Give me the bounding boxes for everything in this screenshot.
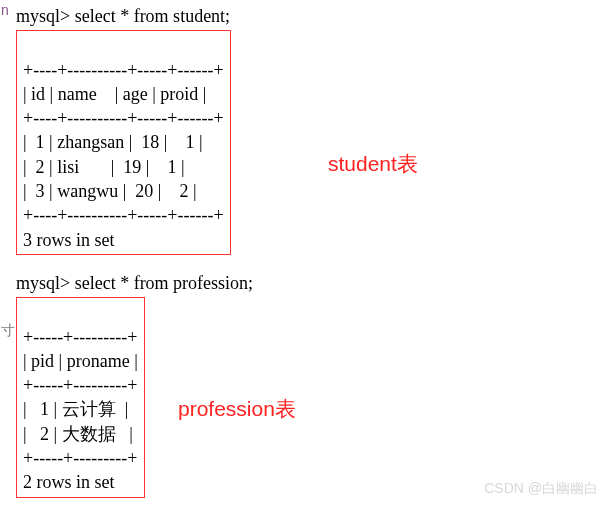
result-header: | id | name | age | proid | — [23, 84, 206, 104]
profession-query: mysql> select * from profession; — [8, 271, 602, 295]
result-separator: +----+----------+-----+------+ — [23, 205, 224, 225]
margin-marker-mid: 寸 — [1, 322, 15, 340]
student-result-box: +----+----------+-----+------+ | id | na… — [16, 30, 231, 255]
result-separator: +----+----------+-----+------+ — [23, 60, 224, 80]
table-row: | 3 | wangwu | 20 | 2 | — [23, 181, 197, 201]
result-footer: 3 rows in set — [23, 230, 115, 250]
result-header: | pid | proname | — [23, 351, 138, 371]
result-separator: +----+----------+-----+------+ — [23, 108, 224, 128]
profession-table-label: profession表 — [178, 395, 296, 423]
margin-marker-top: n — [1, 2, 9, 18]
student-table-label: student表 — [328, 150, 418, 178]
table-row: | 2 | lisi | 19 | 1 | — [23, 157, 185, 177]
watermark: CSDN @白幽幽白 — [484, 480, 598, 498]
result-separator: +-----+---------+ — [23, 448, 137, 468]
profession-result-box: +-----+---------+ | pid | proname | +---… — [16, 297, 145, 497]
result-footer: 2 rows in set — [23, 472, 115, 492]
result-separator: +-----+---------+ — [23, 375, 137, 395]
table-row: | 1 | zhangsan | 18 | 1 | — [23, 132, 203, 152]
student-query: mysql> select * from student; — [8, 4, 602, 28]
result-separator: +-----+---------+ — [23, 327, 137, 347]
table-row: | 1 | 云计算 | — [23, 399, 128, 419]
table-row: | 2 | 大数据 | — [23, 424, 133, 444]
